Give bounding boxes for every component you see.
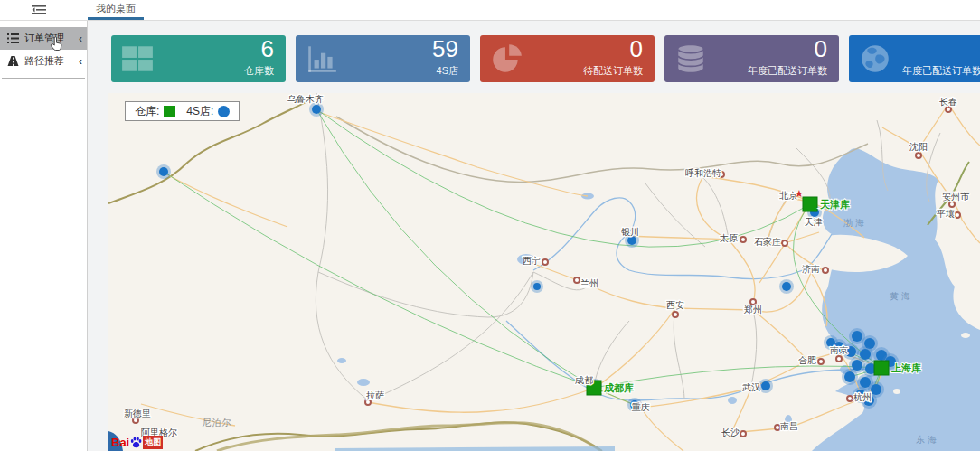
city-label: 石家庄 xyxy=(754,237,781,247)
baidu-brand-text: Bai xyxy=(111,436,129,449)
stat-value: 0 xyxy=(630,35,643,63)
store-marker[interactable] xyxy=(852,331,862,342)
city-dot xyxy=(673,312,678,317)
chevron-left-icon: ‹ xyxy=(79,33,82,44)
road-icon xyxy=(7,56,19,66)
pie-chart-icon xyxy=(489,42,523,76)
city-dot xyxy=(740,237,746,242)
sea-label: 黄海 xyxy=(890,291,913,301)
sea-label: 东海 xyxy=(916,435,939,445)
baidu-paw-icon xyxy=(130,437,142,448)
stat-label: 待配送订单数 xyxy=(583,64,643,78)
legend-warehouse-label: 仓库: xyxy=(135,104,159,119)
bar-chart-icon xyxy=(305,42,339,76)
city-dot xyxy=(574,277,580,283)
sidebar: 订单管理 ‹ 路径推荐 ‹ xyxy=(0,20,88,451)
stat-label: 仓库数 xyxy=(244,64,274,78)
store-marker[interactable] xyxy=(761,381,770,390)
baidu-map[interactable]: 天津库上海库成都库 乌鲁木齐呼和浩特银川太原石家庄济南西宁兰州西安郑州合肥南京武… xyxy=(108,93,980,451)
city-label: 武汉 xyxy=(742,382,760,392)
cursor-icon xyxy=(50,36,63,52)
region-label: 尼泊尔 xyxy=(203,418,232,428)
city-label: 乌鲁木齐 xyxy=(287,94,324,104)
store-marker[interactable] xyxy=(782,282,791,291)
city-dot xyxy=(946,107,951,112)
warehouse-marker[interactable] xyxy=(874,361,889,375)
legend-store-label: 4S店: xyxy=(186,104,213,119)
warehouse-label: 上海库 xyxy=(890,362,921,373)
stat-value: 6 xyxy=(261,35,274,63)
sidebar-item-route-recommendation[interactable]: 路径推荐 ‹ xyxy=(0,50,87,72)
chevron-left-icon: ‹ xyxy=(79,56,82,67)
city-label: 郑州 xyxy=(743,305,762,315)
capital-star-icon: ★ xyxy=(795,188,804,199)
store-marker[interactable] xyxy=(844,371,855,382)
city-dot xyxy=(955,212,960,218)
city-label: 杭州 xyxy=(853,392,872,402)
stat-label: 4S店 xyxy=(437,64,458,78)
stat-card-pending-orders[interactable]: 0 待配送订单数 xyxy=(480,35,655,82)
store-marker[interactable] xyxy=(860,349,871,360)
app-window: 我的桌面 订单管理 ‹ xyxy=(0,0,980,451)
sidebar-item-order-management[interactable]: 订单管理 ‹ xyxy=(0,27,87,50)
city-dot xyxy=(542,259,548,265)
warehouse-label: 天津库 xyxy=(819,199,850,210)
top-bar: 我的桌面 xyxy=(0,0,980,21)
tab-my-desktop[interactable]: 我的桌面 xyxy=(88,0,144,20)
city-label: 兰州 xyxy=(580,278,598,288)
store-marker[interactable] xyxy=(159,167,168,176)
city-label: 南昌 xyxy=(780,421,798,431)
city-label: 西宁 xyxy=(523,256,541,266)
database-icon xyxy=(674,42,708,76)
city-label: 天津 xyxy=(805,217,823,227)
city-label: 安州市 xyxy=(942,192,970,202)
stat-card-annual-clipped[interactable]: 年度已配送订单数 xyxy=(849,35,980,82)
store-marker[interactable] xyxy=(533,283,541,290)
baidu-map-text: 地图 xyxy=(143,436,163,449)
map-canvas: 天津库上海库成都库 乌鲁木齐呼和浩特银川太原石家庄济南西宁兰州西安郑州合肥南京武… xyxy=(108,93,980,451)
city-dot xyxy=(916,153,921,158)
store-marker[interactable] xyxy=(312,105,321,114)
city-label: 南京 xyxy=(830,345,848,355)
map-legend: 仓库: 4S店: xyxy=(125,101,240,121)
stat-value: 59 xyxy=(432,35,458,63)
city-label: 新德里 xyxy=(124,409,151,418)
sidebar-divider xyxy=(2,78,85,79)
city-label: 拉萨 xyxy=(366,390,384,400)
city-dot xyxy=(782,240,787,246)
sea-label: 渤海 xyxy=(843,218,867,228)
warehouse-marker[interactable] xyxy=(803,197,817,211)
stat-card-annual-delivered-orders[interactable]: 0 年度已配送订单数 xyxy=(664,35,839,82)
baidu-logo: Bai 地图 xyxy=(111,436,163,449)
city-dot xyxy=(823,268,828,273)
stat-card-warehouses[interactable]: 6 仓库数 xyxy=(111,35,286,82)
windows-icon xyxy=(120,42,155,76)
stat-card-4s-stores[interactable]: 59 4S店 xyxy=(296,35,470,82)
city-label: 长沙 xyxy=(721,428,740,437)
globe-icon xyxy=(858,42,892,76)
stat-label: 年度已配送订单数 xyxy=(748,64,827,78)
sidebar-spacer xyxy=(0,20,87,27)
sidebar-collapse-icon[interactable] xyxy=(32,5,46,15)
list-icon xyxy=(7,33,19,43)
city-label: 太原 xyxy=(720,233,738,243)
stat-value: 0 xyxy=(815,35,827,63)
city-label: 重庆 xyxy=(631,402,650,412)
sidebar-item-label: 路径推荐 xyxy=(24,54,64,68)
store-marker[interactable] xyxy=(627,236,636,245)
city-dot xyxy=(949,202,955,207)
city-label: 平壤 xyxy=(937,209,955,219)
legend-store-swatch xyxy=(218,106,230,117)
city-label: 成都 xyxy=(575,375,593,385)
warehouse-label: 成都库 xyxy=(603,382,634,393)
stat-cards-row: 6 仓库数 59 4S店 0 待配送订单数 xyxy=(111,35,980,82)
city-dot xyxy=(847,396,853,401)
city-label: 沈阳 xyxy=(909,142,928,152)
store-marker[interactable] xyxy=(852,360,862,371)
city-dot xyxy=(818,359,824,364)
stat-label: 年度已配送订单数 xyxy=(902,64,980,78)
city-label: 济南 xyxy=(802,264,820,274)
city-label: 西安 xyxy=(666,300,684,310)
city-label: 呼和浩特 xyxy=(685,168,721,178)
city-dot xyxy=(740,431,746,437)
